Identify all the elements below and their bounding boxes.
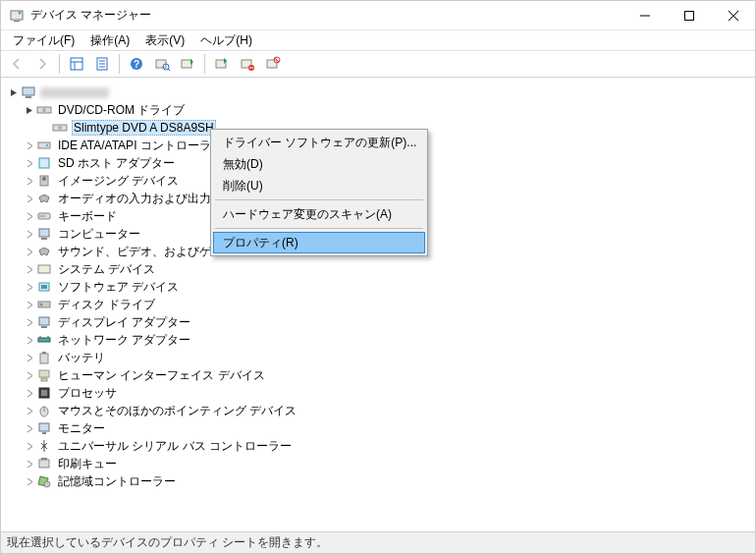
menu-action[interactable]: 操作(A) <box>84 31 135 50</box>
expand-icon[interactable] <box>23 457 36 471</box>
uninstall-button[interactable] <box>261 52 285 76</box>
device-category-icon <box>36 332 52 348</box>
tree-category[interactable]: 記憶域コントローラー <box>7 472 755 490</box>
tree-category[interactable]: ヒューマン インターフェイス デバイス <box>7 366 755 384</box>
tree-label: ディスプレイ アダプター <box>56 314 192 331</box>
tree-label: SD ホスト アダプター <box>56 155 177 172</box>
expand-icon[interactable] <box>23 227 36 241</box>
tree-label: ネットワーク アダプター <box>56 332 192 349</box>
expand-icon[interactable] <box>23 156 36 170</box>
ctx-disable[interactable]: 無効(D) <box>213 153 425 175</box>
disable-button[interactable] <box>236 52 259 76</box>
expand-icon[interactable] <box>23 386 36 400</box>
help-button[interactable]: ? <box>125 52 148 76</box>
svg-rect-4 <box>684 11 693 20</box>
tree-category[interactable]: モニター <box>7 419 755 437</box>
device-category-icon <box>36 350 52 365</box>
tree-root[interactable] <box>7 83 755 101</box>
close-button[interactable] <box>711 1 755 29</box>
device-category-icon <box>36 261 52 277</box>
tree-label: ヒューマン インターフェイス デバイス <box>56 367 267 384</box>
svg-line-18 <box>168 69 170 71</box>
expand-icon[interactable] <box>23 421 36 435</box>
ctx-label: ハードウェア変更のスキャン(A) <box>223 206 392 223</box>
expand-icon[interactable] <box>23 280 36 294</box>
tree-category[interactable]: ネットワーク アダプター <box>7 331 755 349</box>
scan-button[interactable] <box>150 52 174 76</box>
window-controls <box>622 1 755 29</box>
expand-icon[interactable] <box>23 351 36 364</box>
tree-category[interactable]: ディスプレイ アダプター <box>7 313 755 331</box>
device-category-icon <box>36 138 52 153</box>
device-category-icon <box>36 420 52 436</box>
tree-category[interactable]: プロセッサ <box>7 384 755 402</box>
svg-rect-65 <box>39 460 49 468</box>
svg-rect-59 <box>41 390 47 396</box>
forward-button <box>30 52 54 76</box>
svg-rect-66 <box>41 458 47 460</box>
device-category-icon <box>36 191 52 206</box>
svg-rect-63 <box>42 432 46 434</box>
ctx-scan[interactable]: ハードウェア変更のスキャン(A) <box>213 203 425 225</box>
expand-icon[interactable] <box>23 315 36 329</box>
dvd-drive-icon <box>36 102 52 118</box>
svg-rect-44 <box>38 265 50 273</box>
device-category-icon <box>36 403 52 418</box>
expand-icon[interactable] <box>23 439 36 453</box>
expand-icon[interactable] <box>23 333 36 347</box>
menu-help[interactable]: ヘルプ(H) <box>194 31 258 50</box>
enable-button[interactable] <box>210 52 234 76</box>
ctx-label: 削除(U) <box>223 178 263 194</box>
ctx-uninstall[interactable]: 削除(U) <box>213 175 425 196</box>
minimize-button[interactable] <box>622 1 667 29</box>
expand-icon[interactable] <box>23 404 36 417</box>
expand-icon[interactable] <box>23 262 36 276</box>
tree-label: キーボード <box>56 208 119 225</box>
expand-icon[interactable] <box>23 245 36 258</box>
update-driver-button[interactable] <box>176 52 199 76</box>
svg-point-30 <box>42 108 46 112</box>
tree-category[interactable]: 印刷キュー <box>7 455 755 472</box>
menu-view[interactable]: 表示(V) <box>139 31 190 50</box>
svg-point-64 <box>43 445 46 448</box>
svg-rect-51 <box>38 338 50 342</box>
statusbar: 現在選択しているデバイスのプロパティ シートを開きます。 <box>1 531 755 553</box>
properties-button[interactable] <box>90 52 114 76</box>
expand-icon[interactable] <box>23 368 36 382</box>
ctx-properties[interactable]: プロパティ(R) <box>213 232 425 253</box>
tree-label: モニター <box>56 420 107 437</box>
tree-category[interactable]: マウスとそのほかのポインティング デバイス <box>7 402 755 419</box>
expand-icon[interactable] <box>23 138 36 152</box>
tree-category[interactable]: システム デバイス <box>7 260 755 278</box>
svg-rect-57 <box>41 378 47 381</box>
maximize-button[interactable] <box>667 1 711 29</box>
tree-label: ユニバーサル シリアル バス コントローラー <box>56 438 294 455</box>
svg-point-67 <box>44 481 50 487</box>
expand-icon[interactable] <box>23 298 36 311</box>
menu-file[interactable]: ファイル(F) <box>7 31 81 50</box>
expand-icon[interactable] <box>23 192 36 205</box>
tree-category[interactable]: バッテリ <box>7 349 755 366</box>
tree-category[interactable]: ソフトウェア デバイス <box>7 278 755 296</box>
expand-icon[interactable] <box>23 209 36 223</box>
svg-point-32 <box>58 126 62 130</box>
tree-category[interactable]: ディスク ドライブ <box>7 296 755 313</box>
menubar: ファイル(F) 操作(A) 表示(V) ヘルプ(H) <box>1 30 755 50</box>
tree-category-dvd[interactable]: DVD/CD-ROM ドライブ <box>7 101 755 119</box>
svg-rect-49 <box>39 317 49 325</box>
device-category-icon <box>36 385 52 401</box>
device-category-icon <box>36 438 52 454</box>
tree-label: コンピューター <box>56 226 142 243</box>
ctx-separator <box>215 228 423 229</box>
expand-icon[interactable] <box>23 103 36 117</box>
dvd-drive-icon <box>52 120 68 136</box>
show-hide-button[interactable] <box>65 52 88 76</box>
expand-icon[interactable] <box>23 474 36 488</box>
svg-rect-7 <box>71 58 82 70</box>
tree-category[interactable]: ユニバーサル シリアル バス コントローラー <box>7 437 755 455</box>
expand-icon[interactable] <box>7 85 21 99</box>
ctx-update-driver[interactable]: ドライバー ソフトウェアの更新(P)... <box>213 132 425 153</box>
expand-icon[interactable] <box>23 174 36 188</box>
tree-label: IDE ATA/ATAPI コントローラー <box>56 138 225 154</box>
svg-rect-50 <box>41 326 47 328</box>
